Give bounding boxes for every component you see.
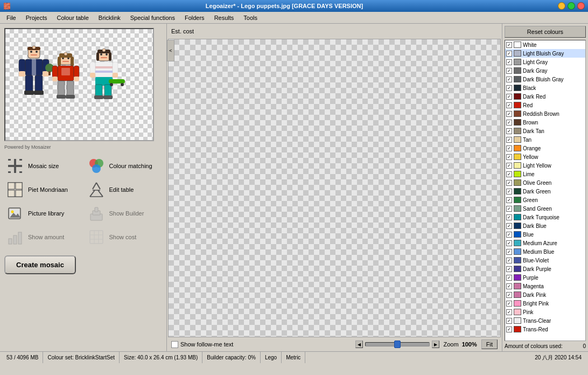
color-row[interactable]: Dark Blue [505,221,585,230]
color-row[interactable]: Medium Blue [505,247,585,256]
menu-item-tools[interactable]: Tools [239,13,262,22]
color-row[interactable]: Sand Green [505,204,585,213]
color-row[interactable]: Medium Azure [505,239,585,247]
color-checkbox[interactable] [506,94,512,100]
menu-item-bricklink[interactable]: Bricklink [94,13,125,22]
color-row[interactable]: Lime [505,170,585,178]
color-row[interactable]: Dark Pink [505,290,585,299]
color-checkbox[interactable] [506,223,512,229]
color-list[interactable]: WhiteLight Bluish GrayLight GrayDark Gra… [505,40,586,341]
color-row[interactable]: Brown [505,118,585,127]
zoom-right-arrow[interactable]: ▶ [432,341,439,348]
color-checkbox[interactable] [506,206,512,212]
color-checkbox[interactable] [506,163,512,169]
color-checkbox[interactable] [506,145,512,151]
menu-item-projects[interactable]: Projects [22,13,52,22]
color-checkbox[interactable] [506,301,512,307]
color-row[interactable]: Purple [505,273,585,282]
zoom-slider-track[interactable] [365,342,430,346]
menu-item-folders[interactable]: Folders [180,13,209,22]
color-checkbox[interactable] [506,102,512,108]
color-checkbox[interactable] [506,249,512,255]
color-checkbox[interactable] [506,128,512,134]
zoom-slider-thumb[interactable] [394,341,401,348]
create-mosaic-button[interactable]: Create mosaic [4,255,76,274]
svg-rect-45 [95,66,113,68]
color-row[interactable]: Orange [505,144,585,152]
color-checkbox[interactable] [506,318,512,324]
color-checkbox[interactable] [506,171,512,177]
tool-piet-mondriaan[interactable]: Piet Mondriaan [4,179,81,200]
color-checkbox[interactable] [506,189,512,195]
color-row[interactable]: Trans-Clear [505,316,585,325]
color-row[interactable]: White [505,40,585,49]
collapse-button[interactable]: < [167,40,174,61]
color-checkbox[interactable] [506,258,512,263]
color-row[interactable]: Dark Red [505,92,585,101]
color-checkbox[interactable] [506,214,512,220]
follow-me-checkbox[interactable] [171,341,178,348]
color-checkbox[interactable] [506,154,512,160]
color-row[interactable]: Light Yellow [505,161,585,170]
color-row[interactable]: Bright Pink [505,299,585,308]
color-row[interactable]: Black [505,84,585,92]
fit-button[interactable]: Fit [481,339,498,349]
color-row[interactable]: Yellow [505,152,585,161]
color-checkbox[interactable] [506,51,512,57]
maximize-button[interactable] [568,2,575,10]
color-row[interactable]: Tan [505,135,585,144]
color-row[interactable]: Dark Tan [505,127,585,135]
color-row[interactable]: Light Bluish Gray [505,49,585,58]
color-row[interactable]: Trans-Red [505,325,585,334]
color-checkbox[interactable] [506,283,512,289]
color-row[interactable]: Pink [505,308,585,316]
tool-edit-table[interactable]: Edit table [86,179,163,200]
menu-item-special-functions[interactable]: Special functions [126,13,179,22]
menu-item-colour-table[interactable]: Colour table [52,13,93,22]
color-checkbox[interactable] [506,197,512,203]
color-checkbox[interactable] [506,77,512,82]
color-row[interactable]: Dark Green [505,187,585,196]
color-checkbox[interactable] [506,59,512,65]
color-checkbox[interactable] [506,292,512,298]
canvas-content[interactable] [168,39,501,337]
color-checkbox[interactable] [506,309,512,315]
color-row[interactable]: Dark Gray [505,66,585,75]
color-row[interactable]: Dark Turquoise [505,213,585,221]
color-checkbox[interactable] [506,180,512,186]
color-row[interactable]: Olive Green [505,178,585,187]
color-row[interactable]: Blue [505,230,585,239]
color-checkbox[interactable] [506,111,512,117]
menu-item-results[interactable]: Results [210,13,239,22]
menu-item-file[interactable]: File [2,13,20,22]
follow-me-checkbox-area[interactable]: Show follow-me text [171,341,233,348]
close-button[interactable] [577,2,585,10]
color-checkbox[interactable] [506,85,512,91]
svg-rect-65 [19,171,22,173]
color-row[interactable]: Blue-Violet [505,256,585,265]
color-row[interactable]: Dark Purple [505,265,585,273]
reset-colours-button[interactable]: Reset colours [505,26,586,38]
tool-picture-library[interactable]: Picture library [4,203,81,224]
zoom-left-arrow[interactable]: ◀ [355,341,363,348]
color-checkbox[interactable] [506,275,512,281]
color-row[interactable]: Reddish Brown [505,109,585,118]
color-row[interactable]: Red [505,101,585,109]
color-checkbox[interactable] [506,68,512,74]
color-checkbox[interactable] [506,42,512,48]
color-checkbox[interactable] [506,327,512,332]
color-checkbox[interactable] [506,240,512,246]
tool-colour-matching[interactable]: Colour matching [86,155,163,177]
color-row[interactable]: Light Gray [505,58,585,66]
color-checkbox[interactable] [506,137,512,143]
color-row[interactable]: Magenta [505,282,585,290]
color-row[interactable]: Green [505,196,585,204]
tool-mosaic-size[interactable]: Mosaic size [4,155,81,177]
status-colour-set: Colour set: BricklinkStartSet [43,352,120,363]
color-row[interactable]: Dark Bluish Gray [505,75,585,84]
color-checkbox[interactable] [506,232,512,238]
color-name: White [523,42,537,48]
minimize-button[interactable] [558,2,565,10]
color-checkbox[interactable] [506,120,512,126]
color-checkbox[interactable] [506,266,512,272]
